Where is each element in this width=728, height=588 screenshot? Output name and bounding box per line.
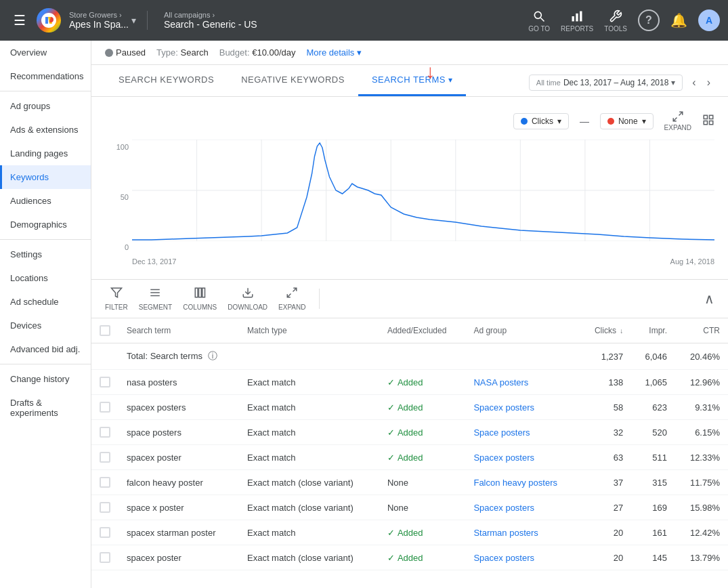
- sidebar-item-demographics[interactable]: Demographics: [0, 213, 91, 236]
- goto-button[interactable]: GO TO: [528, 9, 550, 33]
- th-match-type: Match type: [239, 318, 379, 343]
- tools-button[interactable]: TOOLS: [604, 9, 627, 33]
- ad-group-link-2[interactable]: Spacex posters: [473, 402, 534, 413]
- account-dropdown-icon[interactable]: ▾: [131, 15, 136, 26]
- th-impr[interactable]: Impr.: [631, 318, 675, 343]
- ad-group-link-7[interactable]: Starman posters: [473, 528, 538, 538]
- impr-2: 623: [631, 395, 675, 420]
- row-checkbox-6[interactable]: [100, 502, 110, 513]
- row-checkbox-2[interactable]: [100, 402, 110, 413]
- total-row: Total: Search terms ⓘ 1,237 6,046 20.46%: [91, 343, 728, 370]
- sidebar-item-locations[interactable]: Locations: [0, 266, 91, 290]
- campaign-name: Search - Generic - US: [164, 19, 257, 30]
- sidebar-item-keywords[interactable]: Keywords: [0, 165, 91, 189]
- sidebar-item-landing-pages[interactable]: Landing pages: [0, 142, 91, 165]
- chart-grid-button[interactable]: [702, 114, 714, 129]
- columns-icon: [194, 287, 206, 302]
- sidebar-item-audiences[interactable]: Audiences: [0, 189, 91, 213]
- hamburger-menu[interactable]: ☰: [8, 7, 31, 34]
- avatar[interactable]: A: [698, 9, 720, 31]
- sidebar-item-recommendations[interactable]: Recommendations: [0, 64, 91, 88]
- row-checkbox-4[interactable]: [100, 452, 110, 463]
- total-checkbox-cell: [91, 343, 119, 370]
- th-ad-group: Ad group: [465, 318, 580, 343]
- table-toolbar: FILTER SEGMENT COLUMNS: [91, 280, 728, 318]
- ad-group-link-5[interactable]: Falcon heavy posters: [473, 478, 557, 488]
- columns-button[interactable]: COLUMNS: [183, 287, 217, 311]
- th-clicks[interactable]: Clicks ↓: [580, 318, 631, 343]
- sidebar-item-ads-extensions[interactable]: Ads & extensions: [0, 118, 91, 142]
- filter-button[interactable]: FILTER: [105, 287, 128, 311]
- download-button[interactable]: DOWNLOAD: [228, 287, 267, 311]
- match-type-7: Exact match: [239, 520, 379, 545]
- filter-icon: [110, 287, 123, 302]
- ad-group-link-8[interactable]: Spacex posters: [473, 553, 534, 563]
- svg-rect-4: [576, 13, 578, 21]
- added-excluded-5: None: [379, 470, 466, 495]
- more-details-button[interactable]: More details ▾: [307, 47, 362, 58]
- search-term-1: nasa posters: [119, 370, 239, 395]
- date-next-button[interactable]: ›: [703, 75, 714, 90]
- match-type-6: Exact match (close variant): [239, 495, 379, 520]
- sidebar-item-devices[interactable]: Devices: [0, 314, 91, 337]
- svg-rect-9: [710, 115, 713, 119]
- date-range-button[interactable]: All time Dec 13, 2017 – Aug 14, 2018 ▾: [529, 75, 683, 91]
- sidebar-item-drafts-experiments[interactable]: Drafts & experiments: [0, 391, 91, 425]
- row-checkbox-7[interactable]: [100, 527, 110, 538]
- clicks-4: 63: [580, 445, 631, 470]
- date-prev-button[interactable]: ‹: [688, 75, 700, 90]
- check-icon-2: ✓: [387, 402, 395, 413]
- campaign-selector[interactable]: All campaigns › Search - Generic - US: [158, 11, 257, 30]
- match-type-3: Exact match: [239, 420, 379, 445]
- row-checkbox-1[interactable]: [100, 377, 110, 387]
- ad-group-link-3[interactable]: Space posters: [473, 427, 530, 438]
- clicks-3: 32: [580, 420, 631, 445]
- sidebar-item-ad-groups[interactable]: Ad groups: [0, 94, 91, 118]
- metric-separator: —: [580, 116, 589, 127]
- svg-rect-10: [704, 121, 707, 124]
- chart-y-labels: 100 50 0: [105, 140, 129, 255]
- ad-group-link-1[interactable]: NASA posters: [473, 377, 528, 387]
- search-term-5: falcon heavy poster: [119, 470, 239, 495]
- help-button[interactable]: ?: [638, 9, 660, 31]
- tab-negative-keywords[interactable]: NEGATIVE KEYWORDS: [228, 65, 358, 96]
- chart-svg: [132, 140, 714, 248]
- ctr-2: 9.31%: [675, 395, 728, 420]
- added-excluded-3: ✓ Added: [387, 427, 458, 438]
- clicks-metric-button[interactable]: Clicks ▾: [513, 113, 569, 129]
- y-label-50: 50: [105, 193, 129, 201]
- sidebar-item-overview[interactable]: Overview: [0, 41, 91, 64]
- notifications-button[interactable]: 🔔: [670, 12, 687, 28]
- ctr-8: 13.79%: [675, 545, 728, 570]
- clicks-1: 138: [580, 370, 631, 395]
- impr-3: 520: [631, 420, 675, 445]
- sidebar-item-settings[interactable]: Settings: [0, 243, 91, 266]
- tab-search-terms[interactable]: SEARCH TERMS ▾: [358, 65, 467, 96]
- collapse-button[interactable]: ∧: [704, 291, 714, 307]
- tab-search-keywords[interactable]: SEARCH KEYWORDS: [105, 65, 228, 96]
- table-area: FILTER SEGMENT COLUMNS: [91, 280, 728, 588]
- row-checkbox-5[interactable]: [100, 477, 110, 488]
- main-content: Paused Type: Search Budget: €10.00/day M…: [91, 41, 728, 588]
- impr-1: 1,065: [631, 370, 675, 395]
- reports-button[interactable]: REPORTS: [561, 9, 593, 33]
- none-metric-button[interactable]: None ▾: [600, 113, 654, 129]
- row-checkbox-8[interactable]: [100, 552, 110, 563]
- svg-rect-29: [202, 288, 205, 297]
- search-term-2: spacex posters: [119, 395, 239, 420]
- ad-group-link-4[interactable]: Spacex posters: [473, 453, 534, 463]
- svg-line-7: [673, 118, 677, 121]
- ad-group-link-6[interactable]: Spacex posters: [473, 503, 534, 513]
- filter-label: FILTER: [105, 303, 128, 311]
- chart-expand-button[interactable]: EXPAND: [664, 110, 691, 131]
- impr-4: 511: [631, 445, 675, 470]
- sidebar-item-change-history[interactable]: Change history: [0, 367, 91, 391]
- expand-button[interactable]: EXPAND: [278, 287, 305, 311]
- svg-line-31: [293, 288, 297, 291]
- sidebar-item-advanced-bid[interactable]: Advanced bid adj.: [0, 337, 91, 361]
- segment-button[interactable]: SEGMENT: [139, 287, 172, 311]
- row-checkbox-3[interactable]: [100, 427, 110, 438]
- account-selector[interactable]: Store Growers › Apes In Spa... ▾: [66, 11, 148, 30]
- select-all-checkbox[interactable]: [100, 325, 110, 336]
- sidebar-item-ad-schedule[interactable]: Ad schedule: [0, 290, 91, 314]
